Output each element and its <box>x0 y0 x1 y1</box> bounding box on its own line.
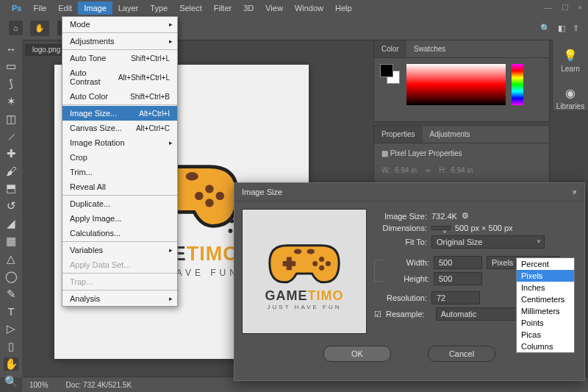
workspace-icon[interactable]: ◧ <box>558 24 565 33</box>
minimize-icon[interactable]: — <box>545 3 553 13</box>
menu-edit[interactable]: Edit <box>52 1 78 15</box>
unit-option[interactable]: Millimeters <box>517 305 574 317</box>
history-brush-icon[interactable]: ↺ <box>4 199 18 213</box>
menu-item[interactable]: Reveal All <box>62 179 177 194</box>
menu-item[interactable]: Trim... <box>62 165 177 179</box>
resample-label: Resample: <box>386 310 425 318</box>
hue-slider[interactable] <box>512 64 523 105</box>
menu-help[interactable]: Help <box>329 1 358 15</box>
width-input[interactable]: 500 <box>434 256 482 269</box>
menu-item[interactable]: Auto ToneShift+Ctrl+L <box>62 51 177 65</box>
menu-3d[interactable]: 3D <box>237 1 259 15</box>
hand-tool-icon[interactable]: ✋ <box>30 21 49 36</box>
fit-label: Fit To: <box>374 238 427 246</box>
menu-item[interactable]: Apply Image... <box>62 211 177 226</box>
panel-swatch[interactable] <box>380 64 401 85</box>
resample-checkbox[interactable]: ☑ <box>374 310 381 319</box>
menu-filter[interactable]: Filter <box>208 1 237 15</box>
menu-type[interactable]: Type <box>144 1 173 15</box>
eraser-tool-icon[interactable]: ◢ <box>4 217 18 230</box>
svg-point-12 <box>326 261 331 266</box>
unit-option[interactable]: Columns <box>517 341 574 352</box>
adjustments-tab[interactable]: Adjustments <box>423 126 478 143</box>
unit-option[interactable]: Pixels <box>517 270 574 282</box>
ps-icon[interactable]: Ps <box>6 1 27 15</box>
menu-layer[interactable]: Layer <box>112 1 145 15</box>
tools-panel: ↔ ▭ ⟆ ✶ ◫ ⟋ ✚ 🖌 ⬒ ↺ ◢ ▦ △ ◯ ✎ T ▷ ▯ ✋ 🔍 … <box>0 40 22 377</box>
menu-file[interactable]: File <box>27 1 52 15</box>
dim-menu[interactable] <box>431 226 451 230</box>
dialog-close-icon[interactable]: × <box>573 188 577 196</box>
properties-tab[interactable]: Properties <box>374 126 423 143</box>
blur-tool-icon[interactable]: △ <box>4 252 18 266</box>
unit-option[interactable]: Percent <box>517 258 574 270</box>
zoom-level[interactable]: 100% <box>29 381 49 389</box>
unit-option[interactable]: Points <box>517 317 574 329</box>
menu-window[interactable]: Window <box>289 1 329 15</box>
menu-item[interactable]: Auto ColorShift+Ctrl+B <box>62 89 177 104</box>
width-label: Width: <box>388 258 429 267</box>
unit-option[interactable]: Picas <box>517 329 574 341</box>
svg-point-18 <box>307 249 315 254</box>
brush-tool-icon[interactable]: 🖌 <box>4 165 18 177</box>
menu-item[interactable]: Variables <box>62 243 177 257</box>
menu-select[interactable]: Select <box>173 1 208 15</box>
crop-tool-icon[interactable]: ◫ <box>4 113 18 126</box>
res-input[interactable]: 72 <box>431 291 480 304</box>
menu-item[interactable]: Canvas Size...Alt+Ctrl+C <box>62 121 177 135</box>
wand-tool-icon[interactable]: ✶ <box>4 95 18 108</box>
unit-option[interactable]: Inches <box>517 282 574 293</box>
pen-tool-icon[interactable]: ✎ <box>4 288 18 301</box>
zoom-tool-icon[interactable]: 🔍 <box>4 375 18 388</box>
menu-item[interactable]: Crop <box>62 150 177 165</box>
marquee-tool-icon[interactable]: ▭ <box>4 60 18 73</box>
shape-tool-icon[interactable]: ▯ <box>4 340 18 353</box>
path-select-icon[interactable]: ▷ <box>4 322 18 335</box>
unit-dropdown: PercentPixelsInchesCentimetersMillimeter… <box>516 257 575 353</box>
stamp-tool-icon[interactable]: ⬒ <box>4 182 18 195</box>
libraries-button[interactable]: ◉Libraries <box>556 86 584 110</box>
swatches-tab[interactable]: Swatches <box>406 40 453 57</box>
menu-item[interactable]: Duplicate... <box>62 196 177 211</box>
menu-item[interactable]: Image Rotation <box>62 135 177 150</box>
menu-item[interactable]: Mode <box>62 17 177 32</box>
menu-image[interactable]: Image <box>78 1 112 15</box>
menu-item: Apply Data Set... <box>62 257 177 272</box>
svg-point-7 <box>186 172 198 180</box>
image-menu: ModeAdjustmentsAuto ToneShift+Ctrl+LAuto… <box>62 16 178 307</box>
doc-info[interactable]: Doc: 732.4K/521.5K <box>66 381 132 389</box>
share-icon[interactable]: ⇪ <box>573 24 579 33</box>
menu-item[interactable]: Image Size...Alt+Ctrl+I <box>62 106 177 121</box>
menu-item[interactable]: Auto ContrastAlt+Shift+Ctrl+L <box>62 65 177 89</box>
menu-item[interactable]: Adjustments <box>62 34 177 49</box>
move-tool-icon[interactable]: ↔ <box>4 43 18 55</box>
type-tool-icon[interactable]: T <box>4 305 18 318</box>
maximize-icon[interactable]: ☐ <box>562 3 569 13</box>
gradient-tool-icon[interactable]: ▦ <box>4 235 18 248</box>
unit-option[interactable]: Centimeters <box>517 293 574 305</box>
healing-tool-icon[interactable]: ✚ <box>4 147 18 160</box>
ok-button[interactable]: OK <box>323 346 391 362</box>
search-icon[interactable]: 🔍 <box>540 24 551 33</box>
dim-value: 500 px × 500 px <box>455 224 513 232</box>
home-icon[interactable]: ⌂ <box>9 21 23 35</box>
fit-select[interactable]: Original Size <box>431 235 545 249</box>
lasso-tool-icon[interactable]: ⟆ <box>4 77 18 90</box>
svg-point-11 <box>319 257 324 262</box>
menu-item[interactable]: Analysis <box>62 291 177 306</box>
menu-view[interactable]: View <box>259 1 289 15</box>
gear-icon[interactable]: ⚙ <box>462 211 469 221</box>
color-tab[interactable]: Color <box>374 40 406 57</box>
height-input[interactable]: 500 <box>434 272 482 285</box>
menu-item[interactable]: Calculations... <box>62 226 177 240</box>
hand-tool[interactable]: ✋ <box>4 357 18 371</box>
svg-point-1 <box>216 192 224 200</box>
svg-point-17 <box>294 249 302 254</box>
close-icon[interactable]: × <box>578 3 582 13</box>
dodge-tool-icon[interactable]: ◯ <box>4 270 18 283</box>
link-icon[interactable] <box>374 260 385 282</box>
learn-button[interactable]: 💡Learn <box>561 49 580 73</box>
cancel-button[interactable]: Cancel <box>428 346 495 362</box>
color-spectrum[interactable] <box>406 64 506 105</box>
eyedropper-tool-icon[interactable]: ⟋ <box>4 130 18 143</box>
